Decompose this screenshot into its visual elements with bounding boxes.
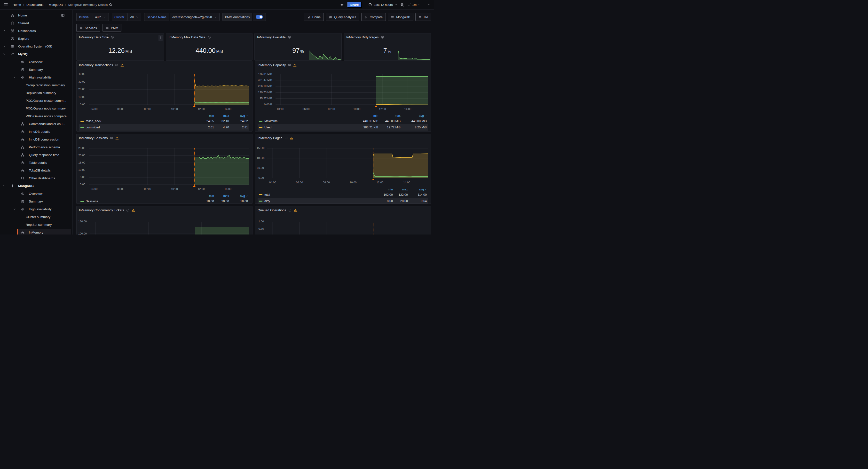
chevron-right-icon[interactable] bbox=[3, 45, 6, 48]
variable-label[interactable]: Interval bbox=[76, 13, 92, 21]
panel-title[interactable]: InMemory Capacity bbox=[257, 63, 286, 67]
legend-series-name[interactable]: Used bbox=[259, 126, 356, 129]
warning-icon[interactable] bbox=[120, 63, 124, 67]
warning-icon[interactable] bbox=[294, 209, 297, 212]
zoom-out-icon[interactable] bbox=[400, 3, 404, 7]
info-icon[interactable] bbox=[208, 36, 211, 39]
legend-sort-avg[interactable]: avg bbox=[408, 188, 427, 191]
sidebar-item-overview[interactable]: Overview bbox=[0, 58, 72, 66]
legend-sort-max[interactable]: max bbox=[214, 114, 229, 118]
legend-sort-avg[interactable]: avg bbox=[229, 194, 248, 198]
panel-title[interactable]: InMemory Concurrency Tickets bbox=[79, 208, 124, 212]
panel-title[interactable]: InMemory Max Data Size bbox=[169, 35, 206, 39]
variable-value-dropdown[interactable]: everest-mongodb-w2g-rs0-0 bbox=[169, 13, 219, 21]
refresh-picker[interactable]: 1m bbox=[407, 3, 421, 6]
chevron-down-icon[interactable] bbox=[13, 76, 16, 79]
sidebar-item-pxc-galera-cluster-summ[interactable]: PXC/Galera cluster summ... bbox=[0, 97, 72, 104]
legend-sort-min[interactable]: min bbox=[199, 114, 214, 118]
legend-sort-min[interactable]: min bbox=[356, 114, 378, 118]
sidebar-item-replication-summary[interactable]: Replication summary bbox=[0, 89, 72, 97]
collapse-caret-up-icon[interactable] bbox=[427, 3, 431, 6]
panel-title[interactable]: InMemory Sessions bbox=[79, 136, 108, 140]
legend-series-name[interactable]: Maximum bbox=[259, 119, 356, 123]
sidebar-item-high-availability[interactable]: High availability bbox=[0, 205, 72, 213]
sidebar-item-innodb-details[interactable]: InnoDB details bbox=[0, 128, 72, 135]
sidebar-item-other-dashboards[interactable]: Other dashboards bbox=[0, 174, 72, 182]
info-icon[interactable] bbox=[288, 36, 291, 39]
variable-value-dropdown[interactable]: auto bbox=[93, 13, 109, 21]
ha-button[interactable]: HA bbox=[415, 13, 431, 21]
pmm-annotations-toggle[interactable] bbox=[253, 13, 266, 21]
chart-canvas[interactable] bbox=[267, 148, 428, 178]
sidebar-item-performance-schema[interactable]: Performance schema bbox=[0, 143, 72, 151]
legend-sort-max[interactable]: max bbox=[214, 194, 229, 198]
home-button[interactable]: Home bbox=[304, 13, 324, 21]
sidebar-item-summary[interactable]: Summary bbox=[0, 197, 72, 205]
sidebar-item-pxc-galera-nodes-compare[interactable]: PXC/Galera nodes compare bbox=[0, 112, 72, 120]
info-icon[interactable] bbox=[381, 36, 384, 39]
legend-series-name[interactable]: Sessions bbox=[81, 199, 199, 203]
pmm-button[interactable]: PMM bbox=[102, 24, 121, 32]
panel-menu-kebab-icon[interactable] bbox=[158, 35, 163, 41]
sidebar-item-mongodb[interactable]: MongoDB bbox=[0, 182, 72, 190]
panel-left-icon[interactable] bbox=[61, 13, 65, 17]
info-icon[interactable] bbox=[284, 136, 288, 139]
panel-title[interactable]: InMemory Dirty Pages bbox=[346, 35, 379, 39]
sidebar-item-overview[interactable]: Overview bbox=[0, 190, 72, 197]
sidebar-item-operating-system-os[interactable]: Operating System (OS) bbox=[0, 42, 72, 50]
sidebar-item-starred[interactable]: Starred bbox=[0, 19, 72, 27]
info-icon[interactable] bbox=[288, 209, 291, 212]
favorite-star-icon[interactable] bbox=[109, 3, 113, 6]
sidebar-item-group-replication-summary[interactable]: Group replication summary bbox=[0, 81, 72, 89]
legend-sort-avg[interactable]: avg bbox=[229, 114, 248, 118]
breadcrumb-item-home[interactable]: Home bbox=[12, 3, 21, 6]
time-range-picker[interactable]: Last 12 hours bbox=[368, 3, 397, 6]
panel-title[interactable]: Queued Operations bbox=[257, 208, 286, 212]
sidebar-item-explore[interactable]: Explore bbox=[0, 35, 72, 42]
annotation-marker[interactable] bbox=[193, 105, 195, 107]
sidebar-item-query-response-time[interactable]: Query response time bbox=[0, 151, 72, 159]
legend-series-name[interactable]: rolled_back bbox=[81, 119, 199, 123]
info-icon[interactable] bbox=[110, 136, 113, 139]
settings-gear-icon[interactable] bbox=[340, 3, 344, 7]
sidebar-item-pxc-galera-node-summary[interactable]: PXC/Galera node summary bbox=[0, 104, 72, 112]
mongodb-button[interactable]: MongoDB bbox=[388, 13, 413, 21]
warning-icon[interactable] bbox=[115, 136, 119, 140]
warning-icon[interactable] bbox=[131, 209, 135, 212]
chart-canvas[interactable] bbox=[267, 222, 428, 234]
legend-sort-max[interactable]: max bbox=[378, 114, 401, 118]
panel-title[interactable]: InMemory Available bbox=[257, 35, 286, 39]
chart-canvas[interactable] bbox=[90, 222, 249, 234]
info-icon[interactable] bbox=[111, 36, 114, 39]
menu-toggle-icon[interactable] bbox=[3, 2, 8, 7]
annotation-marker[interactable] bbox=[375, 105, 377, 107]
chevron-down-icon[interactable] bbox=[3, 53, 6, 56]
panel-title[interactable]: InMemory Transactions bbox=[79, 63, 113, 67]
legend-sort-min[interactable]: min bbox=[378, 188, 393, 191]
legend-sort-min[interactable]: min bbox=[199, 194, 214, 198]
sidebar-item-cluster-summary[interactable]: Cluster summary bbox=[0, 213, 72, 221]
legend-sort-avg[interactable]: avg bbox=[401, 114, 427, 118]
annotation-marker[interactable] bbox=[193, 185, 195, 187]
sidebar-item-replset-summary[interactable]: ReplSet summary bbox=[0, 221, 72, 228]
chart-canvas[interactable] bbox=[89, 148, 249, 185]
variable-value-dropdown[interactable]: All bbox=[127, 13, 141, 21]
chevron-down-icon[interactable] bbox=[13, 208, 16, 211]
warning-icon[interactable] bbox=[290, 136, 293, 140]
share-button[interactable]: Share bbox=[347, 2, 362, 8]
legend-series-name[interactable]: total bbox=[259, 193, 378, 196]
sidebar-item-summary[interactable]: Summary bbox=[0, 66, 72, 73]
sidebar-item-tokudb-details[interactable]: TokuDB details bbox=[0, 166, 72, 174]
info-icon[interactable] bbox=[288, 63, 291, 67]
legend-series-name[interactable]: dirty bbox=[259, 199, 378, 203]
sidebar-item-innodb-compression[interactable]: InnoDB compression bbox=[0, 135, 72, 143]
breadcrumb-item-mongodb-inmemory-details[interactable]: MongoDB InMemory Details bbox=[68, 3, 108, 6]
variable-label[interactable]: Cluster bbox=[112, 13, 127, 21]
variable-label[interactable]: Service Name bbox=[144, 13, 169, 21]
breadcrumb-item-mongodb[interactable]: MongoDB bbox=[49, 3, 63, 6]
chart-canvas[interactable] bbox=[89, 74, 249, 105]
sidebar-item-inmemory[interactable]: InMemory bbox=[0, 228, 72, 234]
sidebar-item-home[interactable]: Home bbox=[0, 11, 72, 19]
breadcrumb-item-dashboards[interactable]: Dashboards bbox=[26, 3, 43, 6]
info-icon[interactable] bbox=[115, 63, 118, 67]
